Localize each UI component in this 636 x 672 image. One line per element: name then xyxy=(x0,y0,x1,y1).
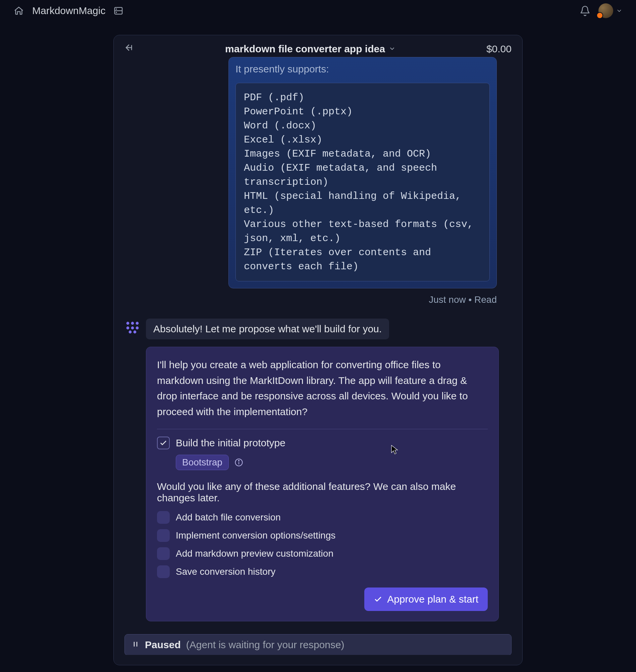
avatar xyxy=(598,3,613,18)
tag-bootstrap[interactable]: Bootstrap xyxy=(176,455,229,470)
user-message-heading: It presently supports: xyxy=(236,63,490,75)
agent-message: Absolutely! Let me propose what we'll bu… xyxy=(146,319,389,339)
task-checkbox[interactable] xyxy=(157,436,170,449)
panel-header: markdown file converter app idea $0.00 xyxy=(124,43,512,55)
svg-point-12 xyxy=(129,331,132,334)
main-panel: markdown file converter app idea $0.00 I… xyxy=(113,35,523,665)
plan-card: I'll help you create a web application f… xyxy=(146,347,499,622)
svg-point-16 xyxy=(239,461,239,461)
feature-label: Add markdown preview customization xyxy=(176,548,334,559)
approve-button-label: Approve plan & start xyxy=(387,593,478,605)
info-icon[interactable] xyxy=(234,458,243,467)
additional-features-heading: Would you like any of these additional f… xyxy=(157,481,488,504)
agent-message-row: Absolutely! Let me propose what we'll bu… xyxy=(124,319,512,339)
check-icon xyxy=(374,595,382,604)
task-label: Build the initial prototype xyxy=(176,437,285,449)
panel-title-text: markdown file converter app idea xyxy=(225,43,385,55)
price-display: $0.00 xyxy=(486,43,512,55)
feature-label: Add batch file conversion xyxy=(176,512,281,523)
feature-option[interactable]: Add markdown preview customization xyxy=(157,547,488,560)
feature-option[interactable]: Add batch file conversion xyxy=(157,511,488,524)
user-message: It presently supports: PDF (.pdf) PowerP… xyxy=(228,57,497,305)
agent-avatar-icon xyxy=(124,319,141,335)
panel-icon[interactable] xyxy=(113,6,123,16)
status-state: Paused xyxy=(145,639,181,651)
svg-point-9 xyxy=(126,327,130,330)
task-row[interactable]: Build the initial prototype xyxy=(157,436,488,449)
feature-option[interactable]: Implement conversion options/settings xyxy=(157,529,488,542)
feature-checkbox[interactable] xyxy=(157,529,170,542)
chevron-down-icon xyxy=(616,7,622,14)
pause-icon xyxy=(132,639,140,651)
svg-point-7 xyxy=(131,322,134,325)
feature-option[interactable]: Save conversion history xyxy=(157,565,488,578)
feature-list: Add batch file conversion Implement conv… xyxy=(157,511,488,578)
feature-label: Save conversion history xyxy=(176,566,275,577)
feature-checkbox[interactable] xyxy=(157,565,170,578)
feature-checkbox[interactable] xyxy=(157,511,170,524)
home-icon[interactable] xyxy=(14,5,24,16)
svg-point-11 xyxy=(136,327,139,330)
svg-point-8 xyxy=(136,322,139,325)
topbar: MarkdownMagic xyxy=(0,0,636,21)
feature-label: Implement conversion options/settings xyxy=(176,530,335,541)
approve-button[interactable]: Approve plan & start xyxy=(364,588,488,611)
message-meta: Just now • Read xyxy=(228,294,497,305)
svg-point-2 xyxy=(116,9,117,9)
bell-icon[interactable] xyxy=(580,5,590,16)
feature-checkbox[interactable] xyxy=(157,547,170,560)
plan-description: I'll help you create a web application f… xyxy=(157,357,488,420)
status-detail: (Agent is waiting for your response) xyxy=(186,639,344,651)
svg-point-10 xyxy=(131,327,134,330)
code-block: PDF (.pdf) PowerPoint (.pptx) Word (.doc… xyxy=(236,83,490,281)
user-menu[interactable] xyxy=(598,3,622,18)
back-arrow-icon[interactable] xyxy=(124,43,135,55)
svg-point-3 xyxy=(116,12,117,13)
app-title: MarkdownMagic xyxy=(32,5,105,16)
panel-title[interactable]: markdown file converter app idea xyxy=(225,43,396,55)
svg-point-6 xyxy=(126,322,130,325)
svg-point-13 xyxy=(134,331,137,334)
status-bar: Paused (Agent is waiting for your respon… xyxy=(124,634,512,655)
chevron-down-icon xyxy=(389,43,396,55)
